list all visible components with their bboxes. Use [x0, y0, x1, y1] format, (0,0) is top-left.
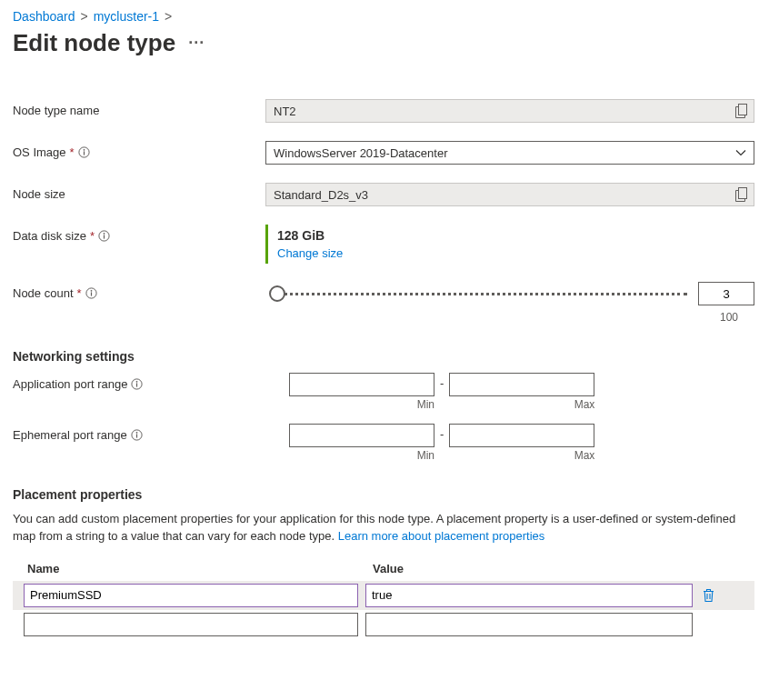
label-os-image: OS Image * — [13, 141, 265, 159]
placement-table: Name Value — [13, 562, 754, 639]
placement-name-input[interactable] — [24, 613, 358, 636]
label-min: Min — [289, 398, 434, 411]
info-icon[interactable] — [85, 287, 97, 299]
range-separator: - — [440, 373, 444, 390]
section-placement: Placement properties — [13, 487, 754, 502]
placement-description: You can add custom placement properties … — [13, 511, 754, 545]
svg-point-6 — [104, 233, 105, 235]
chevron-down-icon — [735, 147, 746, 158]
breadcrumb-link-cluster[interactable]: mycluster-1 — [94, 9, 159, 24]
svg-rect-10 — [90, 292, 91, 295]
page-title: Edit node type ··· — [13, 29, 754, 57]
breadcrumb-link-dashboard[interactable]: Dashboard — [13, 9, 75, 24]
label-node-count: Node count * — [13, 282, 265, 300]
chevron-right-icon: > — [77, 9, 92, 24]
node-count-slider[interactable] — [265, 282, 754, 305]
svg-rect-13 — [136, 383, 137, 386]
eph-port-max-input[interactable] — [449, 424, 594, 447]
svg-point-15 — [135, 432, 137, 434]
node-type-name-field: NT2 — [265, 99, 754, 123]
info-icon[interactable] — [131, 429, 143, 441]
label-max: Max — [449, 398, 594, 411]
svg-rect-7 — [104, 235, 105, 238]
placement-value-input[interactable] — [365, 613, 693, 636]
info-icon[interactable] — [98, 230, 110, 242]
learn-more-link[interactable]: Learn more about placement properties — [338, 529, 545, 543]
node-size-field: Standard_D2s_v3 — [265, 183, 754, 206]
label-eph-port-range: Ephemeral port range — [13, 424, 289, 442]
app-port-min-input[interactable] — [289, 373, 434, 396]
table-row — [13, 610, 754, 639]
svg-rect-16 — [136, 434, 137, 437]
range-separator: - — [440, 424, 444, 441]
copy-icon[interactable] — [735, 104, 748, 118]
svg-rect-4 — [739, 188, 747, 199]
change-size-link[interactable]: Change size — [277, 246, 754, 260]
delete-icon[interactable] — [700, 586, 717, 605]
slider-max-label: 100 — [265, 311, 754, 324]
label-max: Max — [449, 449, 594, 462]
info-icon[interactable] — [131, 378, 143, 390]
more-options-icon[interactable]: ··· — [188, 34, 205, 53]
app-port-max-input[interactable] — [449, 373, 594, 396]
os-image-select[interactable]: WindowsServer 2019-Datacenter — [265, 141, 754, 165]
table-row — [13, 581, 754, 610]
info-icon[interactable] — [78, 146, 90, 158]
section-networking: Networking settings — [13, 349, 754, 364]
node-count-input[interactable] — [698, 282, 754, 305]
label-node-size: Node size — [13, 183, 265, 201]
placement-name-input[interactable] — [24, 584, 358, 607]
label-node-type-name: Node type name — [13, 99, 265, 117]
copy-icon[interactable] — [735, 187, 748, 202]
svg-point-9 — [90, 290, 92, 292]
label-min: Min — [289, 449, 434, 462]
data-disk-size-value: 128 GiB Change size — [265, 225, 754, 264]
column-header-value: Value — [373, 562, 404, 575]
slider-thumb[interactable] — [269, 285, 285, 302]
placement-value-input[interactable] — [365, 584, 693, 607]
svg-rect-0 — [739, 105, 747, 115]
svg-point-12 — [136, 381, 138, 383]
column-header-name: Name — [27, 562, 373, 575]
svg-rect-3 — [83, 151, 84, 155]
eph-port-min-input[interactable] — [289, 424, 434, 447]
chevron-right-icon: > — [161, 9, 175, 24]
svg-point-2 — [83, 149, 85, 151]
label-app-port-range: Application port range — [13, 373, 289, 391]
label-data-disk-size: Data disk size * — [13, 225, 265, 243]
breadcrumb: Dashboard > mycluster-1 > — [13, 9, 754, 24]
